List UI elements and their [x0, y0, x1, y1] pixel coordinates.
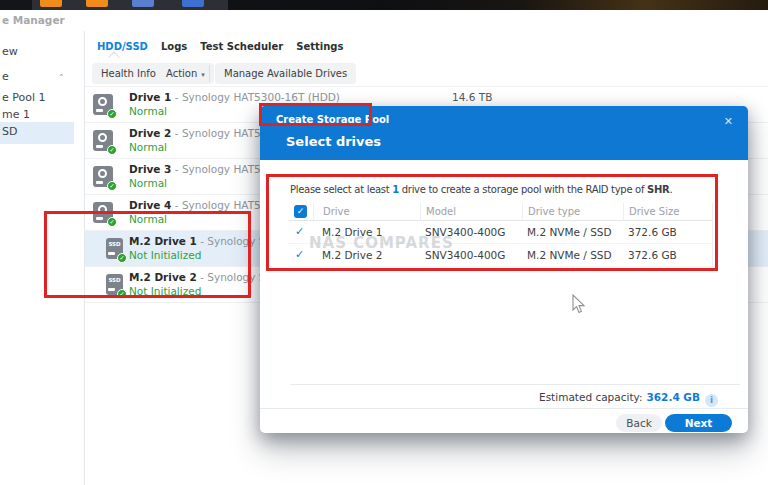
drive-select-table: ✓ Drive Model Drive type Drive Size ✓ M.… — [288, 203, 713, 267]
close-icon[interactable]: ✕ — [724, 115, 733, 128]
chevron-up-icon[interactable]: ⌃ — [58, 68, 65, 87]
status-ok-badge-icon: ✓ — [117, 289, 127, 299]
sidebar-item-label: SD — [2, 125, 17, 138]
instruction-text: drive to create a storage pool with the … — [399, 184, 647, 195]
status-ok-badge-icon: ✓ — [117, 253, 127, 263]
cell-drive-type: M.2 NVMe / SSD — [522, 221, 623, 244]
column-header-drive-size: Drive Size — [623, 203, 713, 221]
divider — [260, 408, 748, 409]
drive-status: Normal — [129, 177, 167, 189]
min-drive-count: 1 — [392, 184, 399, 195]
drive-status: Normal — [129, 213, 167, 225]
drive-status: Normal — [129, 141, 167, 153]
tab-settings[interactable]: Settings — [296, 41, 343, 52]
cell-drive-size: 372.6 GB — [623, 221, 713, 244]
status-ok-badge-icon: ✓ — [107, 217, 117, 227]
drive-name: Drive 4 — [129, 199, 171, 211]
toolbar-separator — [209, 65, 210, 82]
ssd-icon-label: SSD — [106, 241, 123, 247]
instruction-text: Please select at least — [290, 184, 392, 195]
sidebar-item-label: me 1 — [2, 108, 30, 121]
row-checkbox-checked[interactable]: ✓ — [295, 248, 304, 261]
drive-name: M.2 Drive 2 — [129, 271, 197, 283]
row-checkbox-checked[interactable]: ✓ — [295, 225, 304, 238]
cell-model: SNV3400-400G — [420, 221, 522, 244]
sidebar-item-label: ew — [2, 45, 18, 58]
drive-list: ✓ Drive 1 - Synology HAT5300-16T (HDD) N… — [85, 86, 768, 87]
column-header-drive-type: Drive type — [522, 203, 623, 221]
status-ok-badge-icon: ✓ — [107, 109, 117, 119]
estimated-capacity-value: 362.4 GB — [647, 391, 701, 403]
dialog-title: Create Storage Pool — [276, 114, 389, 125]
raid-type: SHR — [647, 184, 669, 195]
select-all-column: ✓ — [288, 203, 313, 221]
drive-name: Drive 1 — [129, 91, 171, 103]
hdd-icon: ✓ — [93, 166, 113, 187]
hdd-icon: ✓ — [93, 130, 113, 151]
window-title: e Manager — [2, 14, 65, 26]
action-button[interactable]: Action▾ — [157, 63, 214, 84]
health-info-button[interactable]: Health Info — [92, 63, 165, 84]
tab-test-scheduler[interactable]: Test Scheduler — [200, 41, 283, 52]
taskbar-app-icon-1[interactable] — [40, 0, 62, 7]
info-icon[interactable]: i — [705, 394, 718, 407]
ssd-icon: SSD ✓ — [106, 274, 123, 295]
select-all-checkbox[interactable]: ✓ — [294, 205, 307, 218]
column-header-model: Model — [420, 203, 522, 221]
dialog-instruction: Please select at least 1 drive to create… — [290, 184, 672, 195]
active-tab-caret — [108, 51, 119, 62]
sidebar-item-label: e Pool 1 — [2, 91, 46, 104]
storage-manager-screen: e Manager ew e ⌃ e Pool 1 me 1 SD HDD/SS… — [0, 0, 768, 485]
dialog-header: Create Storage Pool ✕ Select drives — [260, 106, 748, 160]
drive-status: Not Initialized — [129, 285, 201, 297]
tab-logs[interactable]: Logs — [161, 41, 187, 52]
ssd-icon: SSD ✓ — [106, 238, 123, 259]
chevron-down-icon: ▾ — [201, 71, 205, 79]
tab-hdd-ssd[interactable]: HDD/SSD — [97, 41, 148, 52]
sidebar-item-storage[interactable]: e ⌃ — [0, 67, 74, 87]
estimated-capacity: Estimated capacity:362.4 GBi — [539, 391, 718, 407]
drive-status: Normal — [129, 105, 167, 117]
drive-name: Drive 3 — [129, 163, 171, 175]
sidebar-item-overview[interactable]: ew — [0, 42, 74, 62]
drive-name: M.2 Drive 1 — [129, 235, 197, 247]
table-row[interactable]: ✓ M.2 Drive 1 SNV3400-400G M.2 NVMe / SS… — [288, 221, 713, 244]
ssd-icon-label: SSD — [106, 277, 123, 283]
sidebar-item-label: e — [2, 70, 9, 83]
instruction-text: . — [669, 184, 672, 195]
cell-drive-size: 372.6 GB — [623, 244, 713, 267]
drive-name: Drive 2 — [129, 127, 171, 139]
hdd-icon: ✓ — [93, 202, 113, 223]
hdd-icon: ✓ — [93, 94, 113, 115]
drive-capacity: 14.6 TB — [452, 91, 492, 103]
sidebar-item-hdd-ssd[interactable]: SD — [0, 122, 74, 144]
table-row[interactable]: ✓ M.2 Drive 2 SNV3400-400G M.2 NVMe / SS… — [288, 244, 713, 267]
action-label: Action — [166, 68, 197, 79]
estimated-capacity-label: Estimated capacity: — [539, 391, 642, 403]
back-button[interactable]: Back — [616, 414, 662, 432]
column-header-drive: Drive — [313, 203, 420, 221]
tab-bar: HDD/SSD Logs Test Scheduler Settings — [97, 41, 343, 52]
window-titlebar: e Manager — [0, 10, 768, 31]
taskbar-app-icon-4[interactable] — [182, 0, 204, 7]
taskbar-app-icon-2[interactable] — [86, 0, 108, 7]
divider — [290, 384, 740, 385]
dialog-step-title: Select drives — [286, 134, 381, 149]
next-button[interactable]: Next — [665, 414, 732, 432]
desktop-taskbar — [0, 0, 768, 10]
sidebar: ew e ⌃ e Pool 1 me 1 SD — [0, 31, 85, 485]
cell-drive-type: M.2 NVMe / SSD — [522, 244, 623, 267]
cell-model: SNV3400-400G — [420, 244, 522, 267]
taskbar-app-icon-3[interactable] — [132, 0, 154, 7]
status-ok-badge-icon: ✓ — [107, 145, 117, 155]
cell-drive: M.2 Drive 1 — [313, 221, 420, 244]
manage-available-drives-label: Manage Available Drives — [224, 68, 347, 79]
table-header-row: ✓ Drive Model Drive type Drive Size — [288, 203, 713, 221]
health-info-label: Health Info — [101, 68, 156, 79]
drive-model: - Synology HAT5300-16T (HDD) — [175, 91, 340, 103]
cell-drive: M.2 Drive 2 — [313, 244, 420, 267]
manage-available-drives-button[interactable]: Manage Available Drives — [215, 63, 356, 84]
status-ok-badge-icon: ✓ — [107, 181, 117, 191]
create-storage-pool-dialog: Create Storage Pool ✕ Select drives Plea… — [260, 106, 748, 433]
drive-status: Not Initialized — [129, 249, 201, 261]
